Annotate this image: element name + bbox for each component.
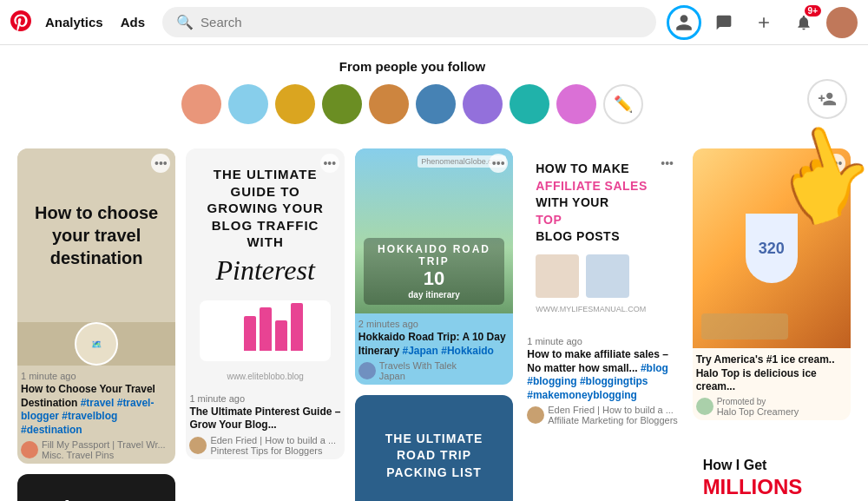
profile-button[interactable] — [667, 5, 701, 40]
pin-author-row: Eden Fried | How to build a ... Affiliat… — [527, 405, 678, 425]
story-avatar[interactable] — [322, 84, 362, 124]
hokkaido-subtitle: day itinerary — [369, 290, 499, 300]
notifications-button[interactable]: 9+ — [786, 5, 821, 40]
story-avatar[interactable] — [228, 84, 268, 124]
affiliate-text: HOW TO MAKE AFFILIATE SALES WITH YOUR TO… — [536, 161, 669, 246]
road-trip-text: THE ULTIMATEROAD TRIPPACKING LIST — [385, 431, 483, 482]
pin-title: Hokkaido Road Trip: A 10 Day Itinerary #… — [358, 331, 510, 358]
pin-time: 2 minutes ago — [358, 319, 510, 329]
author-name: Eden Fried | How to build a ... — [210, 435, 336, 445]
pin-title: How to make affiliate sales – No matter … — [527, 348, 678, 402]
author-avatar — [21, 441, 38, 458]
pin-column-2: THE ULTIMATEGUIDE TOGROWING YOURBLOG TRA… — [186, 148, 344, 459]
add-friend-button[interactable] — [807, 79, 847, 119]
search-icon: 🔍 — [176, 14, 194, 30]
pin-card-affiliate[interactable]: HOW TO MAKE AFFILIATE SALES WITH YOUR TO… — [523, 148, 681, 326]
author-name: Eden Fried | How to build a ... — [548, 405, 678, 415]
pin-author-row: Travels With Talek Japan — [358, 360, 510, 381]
pin-info: 1 minute ago The Ultimate Pinterest Guid… — [186, 388, 344, 459]
story-avatar[interactable] — [181, 84, 221, 124]
pin-card-pinterest-guide[interactable]: THE ULTIMATEGUIDE TOGROWING YOURBLOG TRA… — [186, 148, 344, 459]
story-avatar[interactable] — [416, 84, 456, 124]
user-avatar[interactable] — [826, 7, 858, 38]
nav-ads[interactable]: Ads — [114, 10, 152, 35]
pin-author-row: Eden Fried | How to build a ... Pinteres… — [189, 435, 340, 456]
author-board: Pinterest Tips for Bloggers — [210, 445, 336, 456]
pin-info: 1 minute ago How to make affiliate sales… — [523, 336, 681, 425]
pin-card-travel-destination[interactable]: How to chooseyour traveldestination 🗺️ •… — [17, 148, 175, 464]
search-bar[interactable]: 🔍 — [162, 7, 656, 37]
affiliate-source: WWW.MYLIFESMANUAL.COM — [536, 305, 669, 313]
author-board: Japan — [379, 371, 457, 381]
pin-options-dots[interactable]: ••• — [826, 154, 845, 173]
pinterest-logo[interactable] — [10, 10, 31, 35]
cheapest-text: Cheapest — [46, 496, 148, 501]
pin-author-row: Fill My Passport | Travel Wr... Misc. Tr… — [21, 439, 172, 460]
story-avatar[interactable] — [369, 84, 409, 124]
story-avatar[interactable] — [510, 84, 549, 124]
millions-text: How I Get — [703, 457, 840, 475]
promoted-label: Promoted by — [717, 397, 799, 406]
story-avatar[interactable] — [556, 84, 596, 124]
pin-info: 1 minute ago How to Choose Your Travel D… — [17, 366, 175, 464]
pin-column-4: HOW TO MAKE AFFILIATE SALES WITH YOUR TO… — [523, 148, 681, 425]
guide-website: www.eliteblobo.blog — [186, 368, 344, 388]
guide-pinterest-text: Pinterest — [200, 254, 330, 287]
pin-time: 1 minute ago — [189, 393, 340, 404]
author-name: Halo Top Creamery — [717, 406, 799, 417]
pin-card-how-i-get-millions[interactable]: How I Get MILLIONS — [693, 431, 851, 501]
guide-title-text: THE ULTIMATEGUIDE TOGROWING YOURBLOG TRA… — [200, 166, 330, 251]
pin-column-5: 👆 320 ••• Try America's #1 ice cream.. H… — [693, 148, 851, 501]
author-name: Travels With Talek — [379, 360, 457, 371]
pin-time: 1 minute ago — [527, 336, 678, 346]
story-avatar[interactable] — [275, 84, 315, 124]
author-board: Affiliate Marketing for Bloggers — [548, 415, 678, 425]
pin-title: The Ultimate Pinterest Guide – Grow Your… — [189, 405, 340, 432]
pin-time: 1 minute ago — [21, 371, 172, 381]
header: Analytics Ads 🔍 9+ — [0, 0, 868, 45]
pin-title: How to Choose Your Travel Destination #t… — [21, 383, 172, 437]
pin-title: Try America's #1 ice cream.. Halo Top is… — [696, 353, 847, 394]
edit-stories-button[interactable]: ✏️ — [603, 84, 643, 124]
pin-options-dots[interactable]: ••• — [658, 154, 677, 173]
author-board: Misc. Travel Pins — [42, 450, 166, 460]
pin-options-dots[interactable]: ••• — [320, 154, 339, 173]
pin-info: 2 minutes ago Hokkaido Road Trip: A 10 D… — [355, 313, 513, 385]
messages-button[interactable] — [707, 5, 741, 40]
author-avatar — [527, 406, 544, 424]
pin-column-3: PhenomenalGlobe.com HOKKAIDO ROAD TRIP 1… — [355, 148, 513, 501]
hokkaido-number: 10 — [369, 267, 499, 290]
story-row: ✏️ — [181, 84, 643, 124]
millions-text-2: MILLIONS — [703, 475, 840, 500]
story-avatar[interactable] — [463, 84, 503, 124]
author-avatar — [696, 398, 713, 415]
add-button[interactable] — [746, 5, 781, 40]
hokkaido-text: HOKKAIDO ROAD TRIP — [369, 243, 499, 267]
section-title: From people you follow — [339, 59, 485, 74]
author-avatar — [358, 362, 376, 379]
pin-card-road-trip-packing[interactable]: THE ULTIMATEROAD TRIPPACKING LIST — [355, 395, 513, 501]
notification-count: 9+ — [805, 5, 821, 16]
header-icons: 9+ — [667, 5, 858, 40]
pin-info: Try America's #1 ice cream.. Halo Top is… — [693, 348, 851, 420]
nav-analytics[interactable]: Analytics — [38, 10, 110, 35]
pin-card-hokkaido[interactable]: PhenomenalGlobe.com HOKKAIDO ROAD TRIP 1… — [355, 148, 513, 385]
main-content: From people you follow ✏️ Ho — [0, 45, 868, 501]
main-nav: Analytics Ads — [38, 10, 152, 35]
pin-author-row: Promoted by Halo Top Creamery — [696, 397, 847, 417]
pin-card-cheapest[interactable]: Cheapest — [17, 474, 175, 501]
pin-column-1: How to chooseyour traveldestination 🗺️ •… — [17, 148, 175, 501]
search-input[interactable] — [201, 15, 642, 30]
pins-grid: How to chooseyour traveldestination 🗺️ •… — [17, 148, 851, 501]
author-avatar — [189, 437, 207, 454]
author-name: Fill My Passport | Travel Wr... — [42, 439, 166, 450]
pin-card-icecream[interactable]: 320 ••• Try America's #1 ice cream.. Hal… — [693, 148, 851, 420]
